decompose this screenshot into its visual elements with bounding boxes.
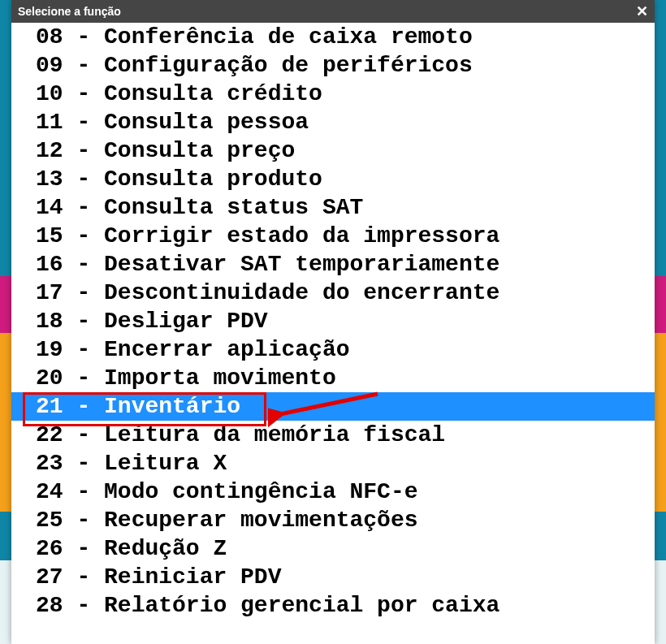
- function-row-separator: -: [63, 337, 104, 362]
- function-row-code: 08: [36, 24, 63, 50]
- function-row-25[interactable]: 25 - Recuperar movimentações: [11, 506, 655, 534]
- modal-title: Selecione a função: [18, 5, 634, 18]
- function-row-21[interactable]: 21 - Inventário: [11, 392, 655, 421]
- function-row-code: 17: [36, 280, 63, 305]
- function-row-separator: -: [63, 195, 104, 220]
- function-row-code: 15: [36, 223, 63, 249]
- function-row-label: Consulta status SAT: [104, 195, 363, 220]
- function-row-label: Configuração de periféricos: [104, 53, 473, 78]
- function-row-label: Consulta pessoa: [104, 110, 309, 135]
- function-row-label: Desligar PDV: [104, 309, 268, 334]
- function-row-label: Leitura da memória fiscal: [104, 422, 445, 447]
- function-row-14[interactable]: 14 - Consulta status SAT: [11, 193, 655, 222]
- function-row-separator: -: [63, 479, 104, 504]
- function-row-23[interactable]: 23 - Leitura X: [11, 449, 655, 478]
- function-row-13[interactable]: 13 - Consulta produto: [11, 165, 655, 193]
- function-row-08[interactable]: 08 - Conferência de caixa remoto: [11, 23, 655, 51]
- close-icon[interactable]: ✕: [634, 4, 650, 19]
- function-row-code: 26: [36, 536, 63, 561]
- function-row-15[interactable]: 15 - Corrigir estado da impressora: [11, 222, 655, 250]
- modal-titlebar: Selecione a função ✕: [11, 0, 655, 23]
- function-row-separator: -: [63, 280, 104, 305]
- function-row-12[interactable]: 12 - Consulta preço: [11, 136, 655, 165]
- function-row-label: Encerrar aplicação: [104, 337, 349, 362]
- function-row-24[interactable]: 24 - Modo contingência NFC-e: [11, 478, 655, 506]
- function-row-separator: -: [63, 508, 104, 533]
- function-row-code: 22: [36, 422, 63, 447]
- function-row-separator: -: [63, 138, 104, 163]
- function-row-label: Modo contingência NFC-e: [104, 479, 417, 504]
- function-row-code: 24: [36, 479, 63, 504]
- function-row-code: 23: [36, 451, 63, 476]
- function-list[interactable]: 08 - Conferência de caixa remoto09 - Con…: [11, 23, 655, 644]
- function-row-code: 21: [36, 394, 63, 419]
- function-row-10[interactable]: 10 - Consulta crédito: [11, 80, 655, 108]
- function-row-label: Desativar SAT temporariamente: [104, 252, 500, 277]
- function-row-27[interactable]: 27 - Reiniciar PDV: [11, 563, 655, 591]
- function-row-separator: -: [63, 53, 104, 78]
- function-row-separator: -: [63, 110, 104, 135]
- function-picker-modal: Selecione a função ✕ 08 - Conferência de…: [11, 0, 655, 644]
- function-row-label: Inventário: [104, 394, 240, 419]
- function-row-11[interactable]: 11 - Consulta pessoa: [11, 108, 655, 136]
- function-row-19[interactable]: 19 - Encerrar aplicação: [11, 335, 655, 364]
- function-row-code: 12: [36, 138, 63, 163]
- function-row-22[interactable]: 22 - Leitura da memória fiscal: [11, 421, 655, 449]
- function-row-code: 18: [36, 309, 63, 334]
- function-row-20[interactable]: 20 - Importa movimento: [11, 364, 655, 392]
- function-row-separator: -: [63, 81, 104, 106]
- function-row-label: Redução Z: [104, 536, 227, 561]
- function-row-separator: -: [63, 451, 104, 476]
- function-row-separator: -: [63, 365, 104, 391]
- function-row-separator: -: [63, 252, 104, 277]
- function-row-code: 13: [36, 166, 63, 192]
- function-row-separator: -: [63, 536, 104, 561]
- function-row-code: 28: [36, 593, 63, 618]
- function-row-code: 27: [36, 564, 63, 590]
- function-row-separator: -: [63, 309, 104, 334]
- function-row-code: 10: [36, 81, 63, 106]
- function-row-code: 16: [36, 252, 63, 277]
- function-row-28[interactable]: 28 - Relatório gerencial por caixa: [11, 591, 655, 620]
- function-row-label: Consulta preço: [104, 138, 295, 163]
- function-row-17[interactable]: 17 - Descontinuidade do encerrante: [11, 279, 655, 307]
- function-row-16[interactable]: 16 - Desativar SAT temporariamente: [11, 250, 655, 279]
- function-row-code: 19: [36, 337, 63, 362]
- function-row-label: Descontinuidade do encerrante: [104, 280, 500, 305]
- function-row-separator: -: [63, 394, 104, 419]
- function-row-code: 20: [36, 365, 63, 391]
- function-row-label: Consulta crédito: [104, 81, 322, 106]
- function-row-label: Importa movimento: [104, 365, 336, 391]
- function-row-26[interactable]: 26 - Redução Z: [11, 534, 655, 563]
- function-row-code: 14: [36, 195, 63, 220]
- function-row-code: 09: [36, 53, 63, 78]
- function-row-separator: -: [63, 223, 104, 249]
- function-row-09[interactable]: 09 - Configuração de periféricos: [11, 51, 655, 80]
- function-row-separator: -: [63, 422, 104, 447]
- function-row-code: 11: [36, 110, 63, 135]
- function-row-code: 25: [36, 508, 63, 533]
- function-row-18[interactable]: 18 - Desligar PDV: [11, 307, 655, 335]
- function-row-label: Corrigir estado da impressora: [104, 223, 500, 249]
- function-row-label: Conferência de caixa remoto: [104, 24, 473, 50]
- function-row-label: Leitura X: [104, 451, 227, 476]
- function-row-separator: -: [63, 24, 104, 50]
- function-row-label: Recuperar movimentações: [104, 508, 417, 533]
- function-row-label: Reiniciar PDV: [104, 564, 281, 590]
- function-row-separator: -: [63, 166, 104, 192]
- function-row-separator: -: [63, 593, 104, 618]
- function-row-label: Relatório gerencial por caixa: [104, 593, 500, 618]
- function-row-separator: -: [63, 564, 104, 590]
- function-row-label: Consulta produto: [104, 166, 322, 192]
